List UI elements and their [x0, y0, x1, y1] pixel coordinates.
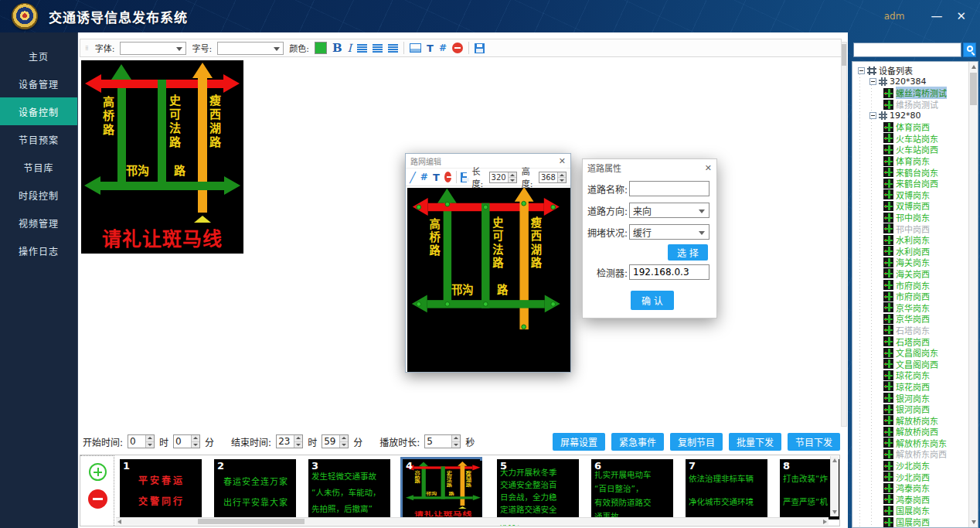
color-swatch[interactable] [315, 42, 327, 54]
device-item[interactable]: 水利岗西 [855, 246, 968, 257]
sidebar-item[interactable]: 节目库 [0, 153, 77, 181]
sidebar-item[interactable]: 操作日志 [0, 237, 77, 264]
device-item[interactable]: 双博岗西 [855, 200, 968, 212]
remove-program-button[interactable] [88, 489, 107, 509]
tree-group-row[interactable]: 320*384 [855, 77, 968, 88]
close-button[interactable]: ✕ [956, 11, 966, 22]
editor-close-icon[interactable]: ✕ [559, 156, 566, 166]
font-select[interactable] [120, 42, 186, 55]
detector-input[interactable] [629, 264, 709, 280]
delete-icon[interactable] [452, 43, 463, 53]
device-search-input[interactable] [853, 43, 961, 57]
align-center-icon[interactable] [373, 44, 383, 53]
device-item[interactable]: 沙北岗西 [855, 471, 968, 482]
control-point[interactable] [483, 205, 488, 210]
device-item[interactable]: 市府岗东 [855, 279, 968, 291]
device-item[interactable]: 文昌阁岗西 [855, 358, 968, 370]
length-spinner[interactable]: 320 [489, 172, 517, 183]
device-item[interactable]: 琼花岗东 [855, 370, 968, 381]
program-thumbnail-1[interactable]: 1 平安春运交警同行 [120, 459, 202, 519]
device-item[interactable]: 邗中岗东 [855, 212, 968, 223]
tree-vertical-scrollbar[interactable] [968, 62, 978, 527]
program-thumbnail-5[interactable]: 5 大力开展秋冬季交通安全整治百日会战，全力稳定道路交通安全形势！ [497, 459, 579, 519]
roadnet-tool-icon[interactable]: # [439, 43, 447, 53]
draw-line-icon[interactable]: ╱ [410, 172, 416, 183]
sidebar-item[interactable]: 视频管理 [0, 209, 77, 237]
led-preview[interactable]: 高桥路 史可法路 瘦西湖路 邗沟 路 请礼让斑马线 [81, 60, 243, 254]
device-item[interactable]: 解放桥岗东 [855, 414, 968, 426]
action-button[interactable]: 批量下发 [729, 433, 781, 451]
insert-text-icon[interactable]: T [427, 43, 434, 54]
program-thumbnail-3[interactable]: 3 发生轻微交通事故“人未伤，车能动，先拍照，后撤离” [308, 459, 390, 519]
scroll-left-icon[interactable] [117, 519, 121, 524]
control-point[interactable] [521, 201, 526, 206]
collapse-icon[interactable] [858, 67, 865, 74]
align-right-icon[interactable] [388, 44, 398, 53]
program-thumbnail-7[interactable]: 7 依法治理非标车辆净化城市交通环境 [686, 459, 767, 519]
action-button[interactable]: 复制节目 [670, 433, 723, 451]
bold-icon[interactable]: B [332, 41, 342, 55]
properties-close-icon[interactable]: ✕ [705, 163, 712, 173]
device-item[interactable]: 解放桥东岗东 [855, 438, 968, 449]
current-user[interactable]: adm [884, 11, 905, 22]
device-item[interactable]: 国展岗西 [855, 516, 968, 527]
device-item[interactable]: 市府岗西 [855, 291, 968, 302]
road-tool-icon[interactable]: # [420, 172, 428, 182]
action-button[interactable]: 紧急事件 [611, 433, 664, 451]
save-icon[interactable] [475, 43, 485, 53]
sidebar-item[interactable]: 主页 [0, 42, 77, 70]
device-item[interactable]: 石塔岗西 [855, 336, 968, 347]
control-point[interactable] [483, 301, 488, 307]
scroll-up-icon[interactable] [971, 65, 976, 69]
congestion-select[interactable]: 缓行 [629, 224, 709, 240]
control-point[interactable] [445, 202, 451, 207]
device-item[interactable]: 石塔岗东 [855, 325, 968, 336]
strip-horizontal-scrollbar[interactable] [116, 517, 829, 525]
device-item[interactable]: 火车站岗东 [855, 133, 968, 145]
device-item[interactable]: 来鹤台岗东 [855, 166, 968, 178]
device-item[interactable]: 解放桥岗西 [855, 426, 968, 438]
sidebar-item[interactable]: 时段控制 [0, 181, 77, 209]
sidebar-item[interactable]: 节目预案 [0, 125, 77, 153]
sidebar-item[interactable]: 设备控制 [0, 97, 77, 125]
device-item[interactable]: 琼花岗西 [855, 381, 968, 393]
text-tool-icon[interactable]: T [433, 172, 440, 183]
device-item[interactable]: 来鹤台岗西 [855, 178, 968, 189]
align-left-icon[interactable] [357, 44, 367, 53]
device-item[interactable]: 体育岗西 [855, 121, 968, 133]
road-direction-select[interactable]: 来向 [629, 203, 709, 218]
device-item[interactable]: 国展岗东 [855, 505, 968, 516]
editor-title-bar[interactable]: 路网编辑 ✕ [406, 154, 570, 168]
road-name-input[interactable] [629, 181, 709, 196]
device-item[interactable]: 沙北岗东 [855, 460, 968, 472]
search-button[interactable] [963, 43, 976, 57]
strip-vertical-scrollbar[interactable] [830, 456, 839, 516]
program-thumbnail-4-selected[interactable]: 4 高桥路 史可法路 瘦西湖路 邗沟 路 [400, 457, 482, 522]
scroll-up-icon[interactable] [832, 458, 837, 462]
device-item[interactable]: 水利岗东 [855, 234, 968, 246]
collapse-icon[interactable] [869, 78, 876, 85]
scroll-right-icon[interactable] [823, 519, 827, 524]
action-button[interactable]: 节目下发 [788, 433, 840, 451]
device-item[interactable]: 京华岗西 [855, 313, 968, 325]
device-item[interactable]: 银河岗西 [855, 404, 968, 415]
tree-group-row[interactable]: 192*80 [855, 110, 968, 121]
size-select[interactable] [217, 42, 284, 55]
control-point[interactable] [521, 325, 526, 330]
action-button[interactable]: 屏幕设置 [553, 433, 605, 451]
scroll-down-icon[interactable] [971, 520, 976, 524]
device-item[interactable]: 体育岗东 [855, 155, 968, 167]
italic-icon[interactable]: I [348, 42, 352, 54]
start-hour-spinner[interactable]: 0 [128, 434, 155, 448]
control-point[interactable] [445, 301, 451, 307]
device-item[interactable]: 双博岗东 [855, 189, 968, 201]
control-point[interactable] [417, 205, 422, 210]
editor-canvas[interactable]: 高桥路 史可法路 瘦西湖路 邗沟 路 [407, 188, 570, 372]
insert-image-icon[interactable] [410, 43, 421, 53]
control-point[interactable] [550, 205, 556, 210]
save-icon[interactable] [461, 172, 467, 182]
device-item[interactable]: 海关岗西 [855, 268, 968, 280]
device-item[interactable]: 银河岗东 [855, 392, 968, 404]
sidebar-item[interactable]: 设备管理 [0, 70, 77, 97]
scrollbar-thumb[interactable] [842, 44, 846, 66]
